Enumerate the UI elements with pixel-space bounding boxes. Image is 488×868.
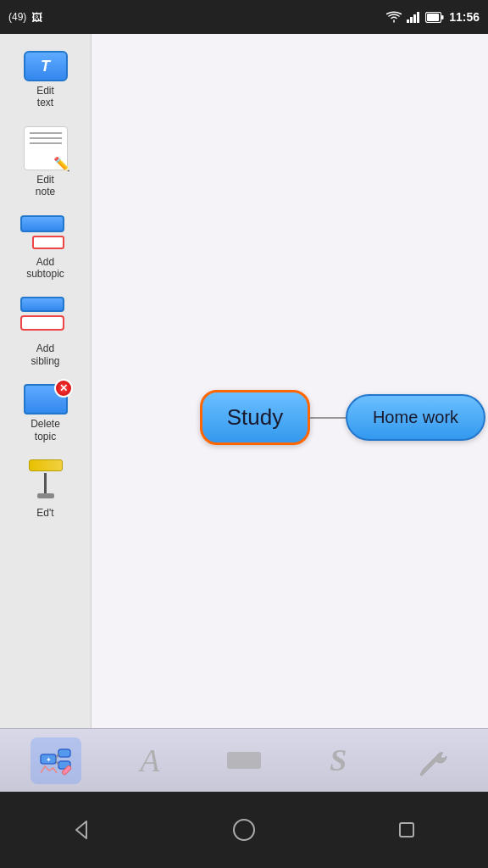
svg-rect-5: [427, 14, 439, 21]
signal-icon: [407, 11, 420, 23]
roller-head-shape: [29, 459, 63, 471]
svg-text:✦: ✦: [45, 756, 51, 764]
recents-icon: [395, 818, 419, 842]
svg-rect-17: [400, 823, 413, 837]
edit-style-label: Ed't: [36, 507, 53, 519]
mindmap-icon: ✦: [38, 743, 74, 778]
wrench-icon: [416, 744, 448, 776]
edit-note-icon: ✏️: [24, 126, 68, 170]
bottom-tool-mindmap[interactable]: ✦: [30, 737, 81, 784]
status-right: 11:56: [386, 10, 480, 24]
sidebar-item-edit-style[interactable]: Ed't: [0, 451, 91, 527]
sidebar: T Edittext ✏️ Editnote Addsubtopic: [0, 34, 92, 758]
svg-rect-2: [413, 14, 416, 23]
edit-text-label: Edittext: [36, 85, 54, 109]
roller-handle-shape: [44, 473, 47, 493]
nav-bar: [0, 792, 488, 868]
time-display: 11:56: [449, 10, 480, 24]
bottom-tool-dollar[interactable]: S: [313, 737, 363, 784]
svg-rect-9: [58, 749, 70, 757]
bottom-tool-wrench[interactable]: [407, 737, 458, 784]
homework-node-label: Home work: [373, 408, 458, 427]
home-button[interactable]: [219, 804, 269, 855]
battery-icon: [425, 12, 444, 23]
study-node[interactable]: Study: [200, 390, 310, 445]
bottom-tool-text-a[interactable]: A: [125, 737, 175, 784]
node-connector: [310, 417, 351, 419]
sidebar-item-delete-topic[interactable]: ✕ Deletetopic: [0, 376, 91, 451]
sibling-bottom-shape: [20, 315, 64, 331]
shape-icon: [227, 748, 261, 772]
svg-rect-14: [227, 752, 261, 769]
homework-node[interactable]: Home work: [346, 394, 485, 441]
wifi-icon: [386, 11, 402, 23]
sidebar-item-add-sibling[interactable]: Addsibling: [0, 288, 91, 376]
canvas-area[interactable]: Study Home work: [92, 34, 488, 758]
roller-tray-shape: [37, 493, 54, 498]
add-subtopic-label: Addsubtopic: [26, 256, 64, 281]
bottom-tool-shape[interactable]: [219, 737, 269, 784]
edit-style-icon: [24, 459, 68, 504]
svg-point-16: [234, 820, 254, 840]
home-icon: [232, 818, 256, 842]
edit-text-icon: T: [24, 51, 68, 81]
edit-note-label: Editnote: [36, 174, 55, 198]
svg-marker-15: [76, 821, 86, 838]
main-layout: T Edittext ✏️ Editnote Addsubtopic: [0, 34, 488, 792]
delete-x-badge: ✕: [54, 379, 73, 398]
svg-rect-6: [441, 15, 444, 19]
status-left: (49) 🖼: [8, 11, 42, 24]
recents-button[interactable]: [381, 804, 432, 855]
study-node-label: Study: [227, 404, 284, 431]
delete-topic-icon: ✕: [24, 384, 68, 415]
pencil-icon: ✏️: [53, 156, 70, 173]
screenshot-icon: 🖼: [31, 11, 42, 24]
sidebar-item-edit-text[interactable]: T Edittext: [0, 42, 91, 118]
add-sibling-icon: [20, 297, 71, 339]
status-bar: (49) 🖼 11:56: [0, 0, 488, 34]
sibling-top-shape: [20, 297, 64, 312]
sidebar-item-add-subtopic[interactable]: Addsubtopic: [0, 207, 91, 289]
subtopic-child-shape: [32, 236, 64, 249]
bottom-toolbar: ✦ A S: [0, 728, 488, 792]
notification-count: (49): [8, 11, 26, 23]
back-icon: [69, 818, 93, 842]
svg-rect-1: [410, 17, 413, 23]
add-sibling-label: Addsibling: [30, 342, 59, 367]
svg-rect-3: [417, 12, 419, 23]
text-a-icon: A: [140, 742, 159, 779]
subtopic-main-shape: [20, 215, 64, 232]
back-button[interactable]: [56, 804, 107, 855]
sidebar-item-edit-note[interactable]: ✏️ Editnote: [0, 118, 91, 207]
delete-topic-label: Deletetopic: [30, 418, 60, 442]
dollar-s-icon: S: [330, 743, 347, 778]
svg-rect-0: [407, 19, 409, 23]
add-subtopic-icon: [20, 215, 71, 253]
